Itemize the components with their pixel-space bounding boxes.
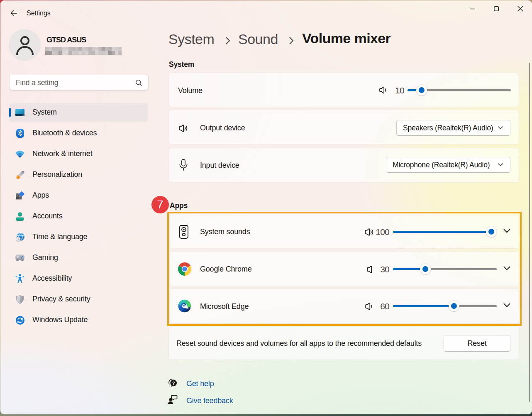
svg-text:?: ? (172, 381, 175, 386)
